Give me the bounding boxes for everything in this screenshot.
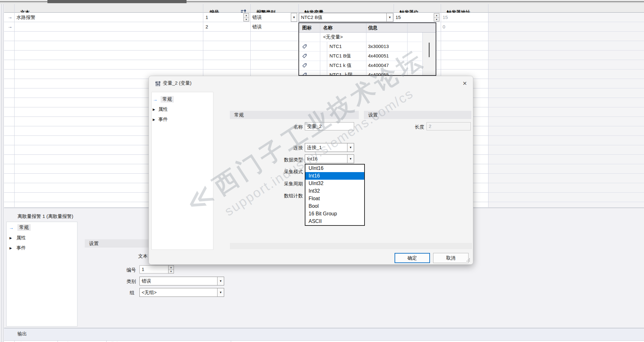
dialog-nav-events[interactable]: ▶ 事件: [153, 115, 168, 123]
tag-name: NTC1: [329, 44, 342, 49]
connection-label: 连接: [265, 145, 303, 151]
dialog-nav-properties[interactable]: ▶ 属性: [153, 105, 168, 113]
tag-row[interactable]: NTC1 k 值 4x400047: [299, 61, 422, 70]
alarm-table-filler-column: [488, 13, 644, 207]
picker-column-icon: 图标: [302, 25, 312, 31]
class-value: 错误: [142, 278, 151, 284]
spin-up-icon[interactable]: ▲: [434, 14, 439, 18]
dropdown-arrow-icon[interactable]: ▼: [347, 143, 354, 152]
close-icon[interactable]: ✕: [461, 79, 469, 87]
tag-row[interactable]: NTC1 3x300013: [299, 42, 422, 51]
trigger-bit-cell[interactable]: 15: [396, 15, 401, 20]
acquisition-mode-label: 采集模式: [265, 169, 303, 175]
panel-nav-general[interactable]: → 常规: [9, 224, 31, 231]
gridline: [488, 4, 488, 207]
trigger-tag-combobox[interactable]: NTC2 B值 ▼: [299, 13, 393, 22]
group-field-label: 组: [130, 290, 134, 296]
datatype-combobox[interactable]: Int16 ▼: [305, 154, 354, 163]
dropdown-arrow-icon[interactable]: ▼: [347, 155, 354, 163]
alarm-number-cell[interactable]: 2: [205, 24, 208, 29]
length-input: 2: [426, 122, 471, 130]
dropdown-option[interactable]: ASCII: [305, 218, 364, 225]
connection-combobox[interactable]: 连接_1 ▼: [305, 143, 354, 152]
spin-up-icon[interactable]: ▲: [169, 266, 174, 270]
tag-row[interactable]: NTC1 上限 4x400055: [299, 70, 422, 76]
tag-name: NTC1 k 值: [329, 63, 352, 69]
dropdown-option-selected[interactable]: Int16: [305, 172, 364, 180]
alarm-class-cell[interactable]: 错误: [252, 24, 262, 30]
panel-title: 离散量报警 1 (离散量报警): [17, 213, 73, 219]
sliders-icon: [155, 81, 161, 87]
nav-label: 常规: [17, 224, 31, 231]
row-marker-icon[interactable]: →: [8, 14, 12, 20]
group-combobox[interactable]: <无组> ▼: [139, 288, 224, 297]
expand-triangle-icon[interactable]: ▶: [153, 118, 155, 121]
spin-down-icon[interactable]: ▼: [434, 18, 439, 21]
alarm-text-cell[interactable]: 水路报警: [16, 15, 35, 21]
output-panel: [4, 328, 644, 342]
dropdown-option[interactable]: Bool: [305, 202, 364, 210]
horizontal-scrollbar[interactable]: [230, 243, 472, 249]
text-field-label: 文本: [138, 253, 148, 259]
row-marker-icon[interactable]: →: [8, 24, 12, 29]
active-tab-fragment[interactable]: [47, 0, 187, 3]
tag-name: NTC1 B值: [329, 53, 351, 59]
class-field-label: 类别: [126, 279, 136, 285]
spin-down-icon[interactable]: ▼: [244, 18, 249, 21]
dropdown-arrow-icon[interactable]: ▼: [217, 277, 224, 285]
panel-nav-properties[interactable]: ▶ 属性: [9, 235, 26, 241]
picker-scrollbar[interactable]: [422, 33, 436, 76]
tag-row-none[interactable]: <无变量>: [299, 33, 422, 42]
number-input[interactable]: 1: [139, 265, 169, 273]
resize-grip-icon[interactable]: [466, 258, 470, 262]
tag-row[interactable]: NTC1 B值 4x400051: [299, 51, 422, 61]
alarm-number-cell[interactable]: 1: [205, 15, 208, 20]
scrollbar-thumb[interactable]: [429, 43, 430, 57]
class-dropdown-button[interactable]: ▼: [291, 13, 297, 22]
dropdown-option[interactable]: Int32: [305, 187, 364, 195]
dropdown-option[interactable]: UInt16: [305, 165, 364, 172]
dropdown-option[interactable]: Float: [305, 195, 364, 202]
selected-arrow-icon: →: [9, 225, 14, 230]
nav-label: 事件: [16, 245, 26, 251]
dropdown-arrow-icon[interactable]: ▼: [217, 288, 224, 297]
cancel-button[interactable]: 取消: [433, 253, 469, 263]
class-combobox[interactable]: 错误 ▼: [139, 277, 224, 285]
group-value: <无组>: [142, 290, 157, 296]
spin-down-icon[interactable]: ▼: [169, 270, 174, 273]
acquisition-cycle-label: 采集周期: [265, 181, 303, 187]
alarm-table-header: 文本 编号 报警类别 触发变量 触发器位 触发器地址: [4, 4, 644, 13]
tag-picker-header: 图标 名称 信息: [299, 23, 436, 33]
tag-picker-popup: 图标 名称 信息 <无变量> NTC1 3x300013 NTC1 B值 4x4…: [298, 22, 436, 76]
section-label: 设置: [368, 112, 378, 118]
expand-triangle-icon[interactable]: ▶: [9, 236, 12, 240]
spin-up-icon[interactable]: ▲: [244, 14, 249, 18]
nav-label: 事件: [158, 117, 168, 123]
tag-properties-dialog: 变量_2 (变量) ✕ → 常规 ▶ 属性 ▶ 事件 常规 设置 名称 变量_2…: [149, 76, 473, 265]
selected-arrow-icon: →: [153, 97, 157, 102]
tag-info: 4x400047: [368, 63, 389, 68]
trigger-bit-spinner[interactable]: ▲▼: [434, 13, 439, 21]
dropdown-arrow-icon[interactable]: ▼: [386, 13, 393, 21]
dialog-title: 变量_2 (变量): [163, 80, 192, 86]
dropdown-option[interactable]: 16 Bit Group: [305, 210, 364, 218]
output-panel-title: 输出: [17, 331, 27, 337]
panel-nav-events[interactable]: ▶ 事件: [9, 245, 26, 251]
alarm-class-cell[interactable]: 错误: [252, 15, 262, 21]
number-spinner[interactable]: ▲▼: [243, 13, 249, 21]
dropdown-option[interactable]: UInt32: [305, 180, 364, 187]
left-rail-line: [3, 4, 3, 342]
dialog-nav-general[interactable]: → 常规: [153, 95, 174, 103]
datatype-dropdown-list: UInt16 Int16 UInt32 Int32 Float Bool 16 …: [305, 164, 365, 226]
ok-button[interactable]: 确定: [395, 253, 430, 263]
nav-label: 属性: [158, 106, 168, 112]
number-spinner[interactable]: ▲▼: [168, 265, 174, 273]
output-table-header: 时间 分类 描述: [4, 340, 644, 342]
name-input[interactable]: 变量_2: [305, 122, 354, 130]
picker-column-name: 名称: [323, 25, 333, 31]
general-section-header: 常规: [230, 111, 359, 119]
expand-triangle-icon[interactable]: ▶: [153, 108, 155, 111]
tag-icon: [302, 63, 307, 68]
array-count-label: 数组计数: [265, 193, 303, 199]
expand-triangle-icon[interactable]: ▶: [9, 246, 12, 250]
